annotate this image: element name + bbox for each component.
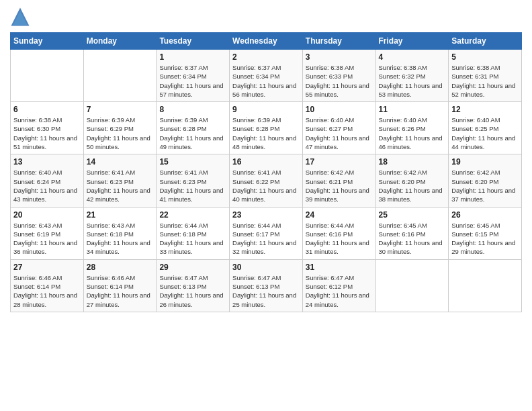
calendar-cell: 3Sunrise: 6:38 AM Sunset: 6:33 PM Daylig… (302, 50, 375, 102)
calendar-cell: 5Sunrise: 6:38 AM Sunset: 6:31 PM Daylig… (449, 50, 522, 102)
logo (10, 7, 33, 27)
day-detail: Sunrise: 6:41 AM Sunset: 6:22 PM Dayligh… (232, 168, 300, 203)
day-number: 11 (379, 105, 446, 114)
day-number: 12 (451, 105, 519, 114)
day-detail: Sunrise: 6:46 AM Sunset: 6:14 PM Dayligh… (13, 273, 81, 309)
day-number: 24 (306, 210, 373, 220)
calendar-cell: 23Sunrise: 6:44 AM Sunset: 6:17 PM Dayli… (230, 207, 303, 259)
calendar-cell: 4Sunrise: 6:38 AM Sunset: 6:32 PM Daylig… (375, 50, 449, 102)
day-detail: Sunrise: 6:39 AM Sunset: 6:29 PM Dayligh… (87, 116, 154, 151)
calendar-week-row: 1Sunrise: 6:37 AM Sunset: 6:34 PM Daylig… (11, 50, 522, 102)
weekday-header: Friday (375, 33, 449, 50)
calendar-cell: 19Sunrise: 6:42 AM Sunset: 6:20 PM Dayli… (449, 154, 522, 207)
calendar-cell (449, 259, 522, 312)
calendar-cell: 27Sunrise: 6:46 AM Sunset: 6:14 PM Dayli… (11, 259, 84, 312)
calendar-cell: 12Sunrise: 6:40 AM Sunset: 6:25 PM Dayli… (449, 102, 522, 154)
day-detail: Sunrise: 6:44 AM Sunset: 6:17 PM Dayligh… (232, 221, 300, 257)
calendar-week-row: 6Sunrise: 6:38 AM Sunset: 6:30 PM Daylig… (11, 102, 522, 154)
day-detail: Sunrise: 6:41 AM Sunset: 6:23 PM Dayligh… (159, 168, 226, 203)
day-number: 2 (232, 52, 300, 62)
day-detail: Sunrise: 6:42 AM Sunset: 6:20 PM Dayligh… (379, 168, 446, 203)
weekday-header-row: SundayMondayTuesdayWednesdayThursdayFrid… (11, 33, 522, 50)
day-detail: Sunrise: 6:42 AM Sunset: 6:21 PM Dayligh… (306, 168, 373, 203)
day-number: 7 (87, 105, 154, 114)
calendar-cell: 11Sunrise: 6:40 AM Sunset: 6:26 PM Dayli… (375, 102, 449, 154)
day-number: 28 (87, 263, 154, 272)
day-detail: Sunrise: 6:47 AM Sunset: 6:13 PM Dayligh… (159, 273, 226, 309)
calendar-cell: 26Sunrise: 6:45 AM Sunset: 6:15 PM Dayli… (449, 207, 522, 259)
day-number: 15 (159, 157, 226, 167)
calendar-cell: 1Sunrise: 6:37 AM Sunset: 6:34 PM Daylig… (157, 50, 230, 102)
calendar-cell: 9Sunrise: 6:39 AM Sunset: 6:28 PM Daylig… (230, 102, 303, 154)
day-detail: Sunrise: 6:44 AM Sunset: 6:16 PM Dayligh… (306, 221, 373, 257)
day-number: 8 (159, 105, 226, 114)
day-number: 4 (379, 52, 446, 62)
weekday-header: Monday (83, 33, 157, 50)
day-number: 22 (159, 210, 226, 220)
calendar-cell: 25Sunrise: 6:45 AM Sunset: 6:16 PM Dayli… (375, 207, 449, 259)
calendar-cell: 22Sunrise: 6:44 AM Sunset: 6:18 PM Dayli… (157, 207, 230, 259)
day-detail: Sunrise: 6:39 AM Sunset: 6:28 PM Dayligh… (232, 116, 300, 151)
weekday-header: Saturday (449, 33, 522, 50)
day-number: 17 (306, 157, 373, 167)
day-number: 1 (159, 52, 226, 62)
day-detail: Sunrise: 6:42 AM Sunset: 6:20 PM Dayligh… (451, 168, 519, 203)
calendar-cell: 31Sunrise: 6:47 AM Sunset: 6:12 PM Dayli… (302, 259, 375, 312)
calendar-cell: 30Sunrise: 6:47 AM Sunset: 6:13 PM Dayli… (230, 259, 303, 312)
day-number: 9 (232, 105, 300, 114)
day-number: 3 (306, 52, 373, 62)
day-detail: Sunrise: 6:40 AM Sunset: 6:27 PM Dayligh… (306, 116, 373, 151)
calendar-cell: 6Sunrise: 6:38 AM Sunset: 6:30 PM Daylig… (11, 102, 84, 154)
day-detail: Sunrise: 6:43 AM Sunset: 6:19 PM Dayligh… (13, 221, 81, 257)
calendar-cell: 18Sunrise: 6:42 AM Sunset: 6:20 PM Dayli… (375, 154, 449, 207)
weekday-header: Wednesday (230, 33, 303, 50)
logo-icon (10, 7, 30, 27)
day-number: 27 (13, 263, 81, 272)
day-number: 10 (306, 105, 373, 114)
weekday-header: Thursday (302, 33, 375, 50)
calendar-cell (11, 50, 84, 102)
day-number: 5 (451, 52, 519, 62)
day-number: 19 (451, 157, 519, 167)
day-detail: Sunrise: 6:41 AM Sunset: 6:23 PM Dayligh… (87, 168, 154, 203)
day-number: 6 (13, 105, 81, 114)
day-number: 25 (379, 210, 446, 220)
day-detail: Sunrise: 6:45 AM Sunset: 6:15 PM Dayligh… (451, 221, 519, 257)
day-detail: Sunrise: 6:38 AM Sunset: 6:32 PM Dayligh… (379, 63, 446, 99)
day-number: 26 (451, 210, 519, 220)
calendar-cell: 7Sunrise: 6:39 AM Sunset: 6:29 PM Daylig… (83, 102, 157, 154)
calendar-week-row: 27Sunrise: 6:46 AM Sunset: 6:14 PM Dayli… (11, 259, 522, 312)
calendar-cell: 2Sunrise: 6:37 AM Sunset: 6:34 PM Daylig… (230, 50, 303, 102)
day-number: 18 (379, 157, 446, 167)
day-number: 13 (13, 157, 81, 167)
day-detail: Sunrise: 6:38 AM Sunset: 6:30 PM Dayligh… (13, 116, 81, 151)
page: SundayMondayTuesdayWednesdayThursdayFrid… (0, 0, 532, 411)
day-number: 14 (87, 157, 154, 167)
day-detail: Sunrise: 6:46 AM Sunset: 6:14 PM Dayligh… (87, 273, 154, 309)
day-detail: Sunrise: 6:45 AM Sunset: 6:16 PM Dayligh… (379, 221, 446, 257)
day-number: 31 (306, 263, 373, 272)
day-detail: Sunrise: 6:47 AM Sunset: 6:13 PM Dayligh… (232, 273, 300, 309)
day-number: 29 (159, 263, 226, 272)
calendar-cell: 20Sunrise: 6:43 AM Sunset: 6:19 PM Dayli… (11, 207, 84, 259)
calendar-cell: 15Sunrise: 6:41 AM Sunset: 6:23 PM Dayli… (157, 154, 230, 207)
weekday-header: Tuesday (157, 33, 230, 50)
calendar-week-row: 13Sunrise: 6:40 AM Sunset: 6:24 PM Dayli… (11, 154, 522, 207)
calendar-week-row: 20Sunrise: 6:43 AM Sunset: 6:19 PM Dayli… (11, 207, 522, 259)
header (10, 7, 522, 27)
day-detail: Sunrise: 6:40 AM Sunset: 6:26 PM Dayligh… (379, 116, 446, 151)
calendar-cell: 16Sunrise: 6:41 AM Sunset: 6:22 PM Dayli… (230, 154, 303, 207)
day-detail: Sunrise: 6:38 AM Sunset: 6:31 PM Dayligh… (451, 63, 519, 99)
calendar-cell (375, 259, 449, 312)
day-number: 30 (232, 263, 300, 272)
day-detail: Sunrise: 6:37 AM Sunset: 6:34 PM Dayligh… (232, 63, 300, 99)
calendar-cell: 28Sunrise: 6:46 AM Sunset: 6:14 PM Dayli… (83, 259, 157, 312)
calendar-cell: 8Sunrise: 6:39 AM Sunset: 6:28 PM Daylig… (157, 102, 230, 154)
day-number: 20 (13, 210, 81, 220)
day-detail: Sunrise: 6:40 AM Sunset: 6:25 PM Dayligh… (451, 116, 519, 151)
day-detail: Sunrise: 6:43 AM Sunset: 6:18 PM Dayligh… (87, 221, 154, 257)
day-detail: Sunrise: 6:37 AM Sunset: 6:34 PM Dayligh… (159, 63, 226, 99)
calendar-cell: 24Sunrise: 6:44 AM Sunset: 6:16 PM Dayli… (302, 207, 375, 259)
calendar-cell (83, 50, 157, 102)
calendar-cell: 14Sunrise: 6:41 AM Sunset: 6:23 PM Dayli… (83, 154, 157, 207)
